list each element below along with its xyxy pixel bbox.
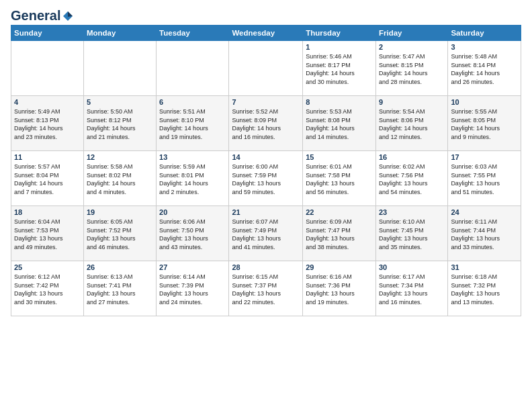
weekday-header-monday: Monday <box>83 26 156 41</box>
day-info: Sunrise: 5:50 AM Sunset: 8:12 PM Dayligh… <box>87 107 153 141</box>
day-info: Sunrise: 5:58 AM Sunset: 8:02 PM Dayligh… <box>87 163 153 196</box>
day-info: Sunrise: 6:13 AM Sunset: 7:41 PM Dayligh… <box>87 273 153 306</box>
day-number: 14 <box>232 153 300 161</box>
day-number: 15 <box>306 153 373 161</box>
calendar-page: General SundayMondayTuesdayWednesdayThur… <box>0 0 532 322</box>
day-number: 11 <box>14 153 81 161</box>
calendar-cell: 22Sunrise: 6:09 AM Sunset: 7:47 PM Dayli… <box>303 206 376 261</box>
day-number: 24 <box>451 208 518 216</box>
weekday-header-saturday: Saturday <box>448 26 521 41</box>
day-number: 23 <box>379 208 445 216</box>
day-info: Sunrise: 5:57 AM Sunset: 8:04 PM Dayligh… <box>14 163 81 196</box>
day-info: Sunrise: 6:04 AM Sunset: 7:53 PM Dayligh… <box>14 218 81 251</box>
day-number: 30 <box>379 263 445 271</box>
logo: General <box>11 8 74 21</box>
calendar-cell: 4Sunrise: 5:49 AM Sunset: 8:13 PM Daylig… <box>11 96 84 151</box>
day-number: 12 <box>87 153 153 161</box>
day-number: 20 <box>159 208 226 216</box>
day-info: Sunrise: 6:10 AM Sunset: 7:45 PM Dayligh… <box>379 218 445 251</box>
day-info: Sunrise: 6:07 AM Sunset: 7:49 PM Dayligh… <box>232 218 300 251</box>
day-number: 21 <box>232 208 300 216</box>
day-number: 25 <box>14 263 81 271</box>
calendar-cell: 3Sunrise: 5:48 AM Sunset: 8:14 PM Daylig… <box>448 41 521 96</box>
calendar-cell: 13Sunrise: 5:59 AM Sunset: 8:01 PM Dayli… <box>157 151 229 206</box>
calendar-cell: 20Sunrise: 6:06 AM Sunset: 7:50 PM Dayli… <box>157 206 229 261</box>
header: General <box>11 8 521 21</box>
calendar-week-row: 11Sunrise: 5:57 AM Sunset: 8:04 PM Dayli… <box>11 151 521 206</box>
day-number: 9 <box>379 98 445 106</box>
calendar-cell <box>83 41 156 96</box>
day-info: Sunrise: 6:17 AM Sunset: 7:34 PM Dayligh… <box>379 273 445 306</box>
weekday-header-friday: Friday <box>375 26 447 41</box>
day-number: 2 <box>379 43 445 51</box>
day-number: 29 <box>306 263 373 271</box>
day-number: 26 <box>87 263 153 271</box>
calendar-week-row: 1Sunrise: 5:46 AM Sunset: 8:17 PM Daylig… <box>11 41 521 96</box>
calendar-week-row: 4Sunrise: 5:49 AM Sunset: 8:13 PM Daylig… <box>11 96 521 151</box>
day-info: Sunrise: 6:14 AM Sunset: 7:39 PM Dayligh… <box>159 273 226 306</box>
day-number: 3 <box>451 43 518 51</box>
calendar-cell: 8Sunrise: 5:53 AM Sunset: 8:08 PM Daylig… <box>303 96 376 151</box>
calendar-cell <box>229 41 303 96</box>
day-info: Sunrise: 5:54 AM Sunset: 8:06 PM Dayligh… <box>379 107 445 141</box>
calendar-cell: 30Sunrise: 6:17 AM Sunset: 7:34 PM Dayli… <box>375 261 447 316</box>
calendar-cell: 5Sunrise: 5:50 AM Sunset: 8:12 PM Daylig… <box>83 96 156 151</box>
day-number: 16 <box>379 153 445 161</box>
weekday-header-tuesday: Tuesday <box>157 26 229 41</box>
calendar-week-row: 18Sunrise: 6:04 AM Sunset: 7:53 PM Dayli… <box>11 206 521 261</box>
calendar-cell: 14Sunrise: 6:00 AM Sunset: 7:59 PM Dayli… <box>229 151 303 206</box>
day-number: 19 <box>87 208 153 216</box>
day-number: 31 <box>451 263 518 271</box>
day-number: 28 <box>232 263 300 271</box>
calendar-cell: 17Sunrise: 6:03 AM Sunset: 7:55 PM Dayli… <box>448 151 521 206</box>
calendar-cell: 1Sunrise: 5:46 AM Sunset: 8:17 PM Daylig… <box>303 41 376 96</box>
day-info: Sunrise: 6:16 AM Sunset: 7:36 PM Dayligh… <box>306 273 373 306</box>
calendar-cell <box>11 41 84 96</box>
day-number: 5 <box>87 98 153 106</box>
calendar-cell: 6Sunrise: 5:51 AM Sunset: 8:10 PM Daylig… <box>157 96 229 151</box>
calendar-cell: 21Sunrise: 6:07 AM Sunset: 7:49 PM Dayli… <box>229 206 303 261</box>
svg-marker-1 <box>68 11 73 17</box>
day-info: Sunrise: 6:18 AM Sunset: 7:32 PM Dayligh… <box>451 273 518 306</box>
day-info: Sunrise: 6:06 AM Sunset: 7:50 PM Dayligh… <box>159 218 226 251</box>
day-info: Sunrise: 5:48 AM Sunset: 8:14 PM Dayligh… <box>451 52 518 86</box>
calendar-cell: 12Sunrise: 5:58 AM Sunset: 8:02 PM Dayli… <box>83 151 156 206</box>
day-info: Sunrise: 5:55 AM Sunset: 8:05 PM Dayligh… <box>451 107 518 141</box>
day-info: Sunrise: 5:53 AM Sunset: 8:08 PM Dayligh… <box>306 107 373 141</box>
day-info: Sunrise: 5:52 AM Sunset: 8:09 PM Dayligh… <box>232 107 300 141</box>
day-info: Sunrise: 6:12 AM Sunset: 7:42 PM Dayligh… <box>14 273 81 306</box>
weekday-header-row: SundayMondayTuesdayWednesdayThursdayFrid… <box>11 26 521 41</box>
day-info: Sunrise: 6:15 AM Sunset: 7:37 PM Dayligh… <box>232 273 300 306</box>
day-number: 27 <box>159 263 226 271</box>
day-number: 13 <box>159 153 226 161</box>
calendar-cell: 18Sunrise: 6:04 AM Sunset: 7:53 PM Dayli… <box>11 206 84 261</box>
calendar-cell: 9Sunrise: 5:54 AM Sunset: 8:06 PM Daylig… <box>375 96 447 151</box>
calendar-week-row: 25Sunrise: 6:12 AM Sunset: 7:42 PM Dayli… <box>11 261 521 316</box>
day-info: Sunrise: 5:49 AM Sunset: 8:13 PM Dayligh… <box>14 107 81 141</box>
calendar-cell: 24Sunrise: 6:11 AM Sunset: 7:44 PM Dayli… <box>448 206 521 261</box>
calendar-cell: 11Sunrise: 5:57 AM Sunset: 8:04 PM Dayli… <box>11 151 84 206</box>
calendar-cell: 10Sunrise: 5:55 AM Sunset: 8:05 PM Dayli… <box>448 96 521 151</box>
logo-general: General <box>11 8 60 24</box>
day-number: 4 <box>14 98 81 106</box>
day-info: Sunrise: 6:09 AM Sunset: 7:47 PM Dayligh… <box>306 218 373 251</box>
day-info: Sunrise: 6:11 AM Sunset: 7:44 PM Dayligh… <box>451 218 518 251</box>
calendar-cell: 15Sunrise: 6:01 AM Sunset: 7:58 PM Dayli… <box>303 151 376 206</box>
day-info: Sunrise: 5:46 AM Sunset: 8:17 PM Dayligh… <box>306 52 373 86</box>
weekday-header-sunday: Sunday <box>11 26 84 41</box>
calendar-cell: 29Sunrise: 6:16 AM Sunset: 7:36 PM Dayli… <box>303 261 376 316</box>
calendar-cell: 19Sunrise: 6:05 AM Sunset: 7:52 PM Dayli… <box>83 206 156 261</box>
day-info: Sunrise: 6:03 AM Sunset: 7:55 PM Dayligh… <box>451 163 518 196</box>
day-number: 10 <box>451 98 518 106</box>
calendar-cell: 2Sunrise: 5:47 AM Sunset: 8:15 PM Daylig… <box>375 41 447 96</box>
weekday-header-wednesday: Wednesday <box>229 26 303 41</box>
day-number: 22 <box>306 208 373 216</box>
day-number: 1 <box>306 43 373 51</box>
calendar-cell: 31Sunrise: 6:18 AM Sunset: 7:32 PM Dayli… <box>448 261 521 316</box>
day-number: 18 <box>14 208 81 216</box>
day-info: Sunrise: 5:51 AM Sunset: 8:10 PM Dayligh… <box>159 107 226 141</box>
calendar-cell: 7Sunrise: 5:52 AM Sunset: 8:09 PM Daylig… <box>229 96 303 151</box>
day-number: 7 <box>232 98 300 106</box>
day-info: Sunrise: 6:01 AM Sunset: 7:58 PM Dayligh… <box>306 163 373 196</box>
calendar-cell: 23Sunrise: 6:10 AM Sunset: 7:45 PM Dayli… <box>375 206 447 261</box>
